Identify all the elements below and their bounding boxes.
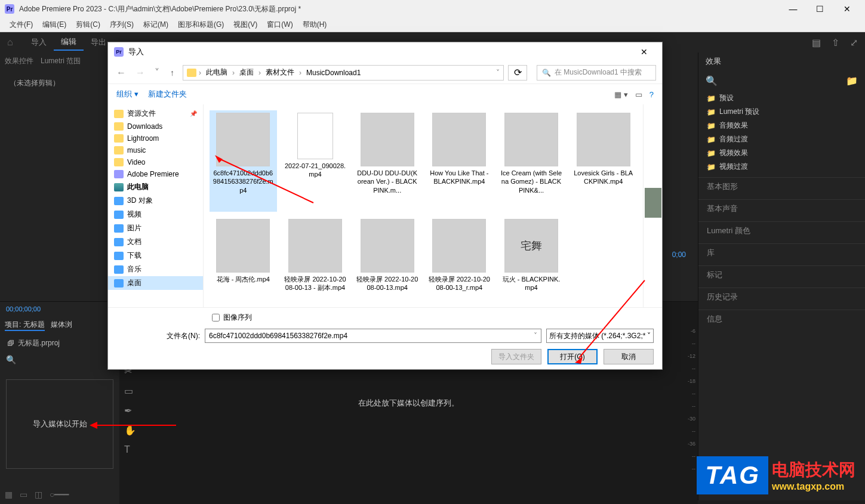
- dropdown-icon[interactable]: ˅: [496, 69, 500, 77]
- crumb-3[interactable]: MusicDownload1: [304, 69, 363, 77]
- new-folder-button[interactable]: 新建文件夹: [148, 89, 187, 100]
- project-bin[interactable]: 🗊 无标题.prproj: [0, 335, 119, 352]
- search-box[interactable]: 🔍 在 MusicDownload1 中搜索: [537, 65, 656, 81]
- fullscreen-icon[interactable]: ⤢: [850, 37, 858, 48]
- tab-project[interactable]: 项目: 无标题: [5, 320, 45, 331]
- tree-row[interactable]: 此电脑: [108, 180, 203, 194]
- nav-forward-icon[interactable]: →: [133, 67, 147, 78]
- file-item[interactable]: Ice Cream (with Selena Gomez) - BLACKPIN…: [498, 110, 565, 212]
- new-bin-icon[interactable]: 📁: [846, 75, 858, 86]
- close-button[interactable]: ✕: [833, 0, 860, 18]
- crumb-0[interactable]: 此电脑: [204, 67, 230, 78]
- tab-lumetri-scopes[interactable]: Lumetri 范围: [41, 56, 81, 66]
- tree-presets[interactable]: ›📁预设: [698, 91, 865, 105]
- refresh-button[interactable]: ⟳: [508, 65, 527, 81]
- tree-row[interactable]: 图片: [108, 221, 203, 235]
- dialog-close-button[interactable]: ✕: [632, 47, 656, 57]
- file-item[interactable]: 轻映录屏 2022-10-20 08-00-13 - 副本.mp4: [282, 217, 349, 307]
- quick-export-icon[interactable]: ▤: [812, 37, 821, 48]
- menu-help[interactable]: 帮助(H): [298, 18, 332, 31]
- freeform-icon[interactable]: ◫: [35, 490, 42, 499]
- nav-up-icon[interactable]: ↑: [170, 68, 174, 78]
- home-icon[interactable]: ⌂: [7, 37, 13, 48]
- zoom-slider[interactable]: ○━━━: [50, 490, 69, 499]
- menu-graphics[interactable]: 图形和标题(G): [173, 18, 229, 31]
- search-icon[interactable]: 🔍: [706, 75, 718, 86]
- file-item[interactable]: 6c8fc471002ddd0b6984156338276f2e.mp4: [210, 110, 277, 212]
- tree-row[interactable]: Video: [108, 156, 203, 168]
- open-button[interactable]: 打开(O): [547, 349, 598, 364]
- project-search-icon[interactable]: 🔍: [6, 355, 16, 364]
- tree-audio-trans[interactable]: ›📁音频过渡: [698, 132, 865, 146]
- preview-pane-icon[interactable]: ▭: [635, 90, 642, 99]
- tree-row[interactable]: 资源文件📌: [108, 107, 203, 120]
- slip-tool-icon[interactable]: ▭: [124, 385, 136, 397]
- section-lumetri-color[interactable]: Lumetri 颜色: [698, 221, 865, 240]
- tree-audio-fx[interactable]: ›📁音频效果: [698, 119, 865, 132]
- import-dropzone[interactable]: 导入媒体以开始: [6, 379, 113, 469]
- section-egp[interactable]: 基本图形: [698, 177, 865, 196]
- file-item[interactable]: 轻映录屏 2022-10-20 08-00-13.mp4: [353, 217, 421, 307]
- file-filter-select[interactable]: 所有支持的媒体 (*.264;*.3G2;*˅: [546, 329, 654, 343]
- help-icon[interactable]: ?: [649, 90, 654, 99]
- filename-input[interactable]: 6c8fc471002ddd0b6984156338276f2e.mp4˅: [205, 329, 541, 343]
- icon-view-icon[interactable]: ▭: [20, 490, 27, 499]
- section-essential-sound[interactable]: 基本声音: [698, 199, 865, 218]
- tree-video-trans[interactable]: ›📁视频过渡: [698, 160, 865, 174]
- nav-recent-icon[interactable]: ˅: [152, 67, 162, 78]
- file-item[interactable]: 轻映录屏 2022-10-20 08-00-13_r.mp4: [426, 217, 493, 307]
- tree-row[interactable]: 视频: [108, 208, 203, 221]
- menu-sequence[interactable]: 序列(S): [105, 18, 138, 31]
- maximize-button[interactable]: ☐: [806, 0, 833, 18]
- crumb-2[interactable]: 素材文件: [263, 67, 297, 78]
- view-mode-icon[interactable]: ▦ ▾: [614, 90, 628, 99]
- tree-row[interactable]: 桌面: [108, 276, 203, 290]
- pr-icon: [114, 170, 124, 178]
- menu-edit[interactable]: 编辑(E): [38, 18, 71, 31]
- tree-row[interactable]: 音乐: [108, 262, 203, 276]
- search-icon: 🔍: [542, 69, 551, 77]
- file-item[interactable]: DDU-DU DDU-DU(Korean Ver.) - BLACKPINK.m…: [353, 110, 421, 212]
- image-sequence-checkbox[interactable]: [212, 314, 220, 321]
- share-icon[interactable]: ⇧: [832, 37, 839, 48]
- breadcrumb[interactable]: › 此电脑› 桌面› 素材文件› MusicDownload1 ˅: [183, 65, 504, 81]
- pen-tool-icon[interactable]: ✒: [124, 405, 136, 416]
- tree-video-fx[interactable]: ›📁视频效果: [698, 146, 865, 160]
- tree-row[interactable]: Lightroom: [108, 132, 203, 144]
- tab-effect-controls[interactable]: 效果控件: [5, 56, 33, 66]
- crumb-1[interactable]: 桌面: [237, 67, 256, 78]
- menu-clip[interactable]: 剪辑(C): [71, 18, 105, 31]
- file-item[interactable]: How You Like That - BLACKPINK.mp4: [426, 110, 493, 212]
- tree-row[interactable]: Adobe Premiere: [108, 168, 203, 180]
- tree-row[interactable]: 文档: [108, 235, 203, 249]
- section-info[interactable]: 信息: [698, 310, 865, 328]
- tree-row[interactable]: 3D 对象: [108, 194, 203, 208]
- file-item[interactable]: 宅舞玩火 - BLACKPINK.mp4: [498, 217, 565, 307]
- section-libraries[interactable]: 库: [698, 243, 865, 262]
- section-markers[interactable]: 标记: [698, 265, 865, 284]
- file-item[interactable]: 2022-07-21_090028.mp4: [282, 110, 349, 212]
- tree-row[interactable]: 下载: [108, 249, 203, 262]
- file-item[interactable]: 花海 - 周杰伦.mp4: [210, 217, 277, 307]
- nav-back-icon[interactable]: ←: [114, 67, 128, 78]
- menu-marker[interactable]: 标记(M): [138, 18, 173, 31]
- tab-media-browser[interactable]: 媒体浏: [51, 320, 72, 331]
- list-view-icon[interactable]: ▦: [5, 490, 13, 499]
- file-item[interactable]: Lovesick Girls - BLACKPINK.mp4: [570, 110, 637, 212]
- minimize-button[interactable]: —: [780, 0, 806, 18]
- menu-view[interactable]: 视图(V): [229, 18, 262, 31]
- blue-icon: [114, 279, 124, 287]
- cancel-button[interactable]: 取消: [604, 349, 654, 364]
- tree-row[interactable]: Downloads: [108, 120, 203, 132]
- import-folder-button[interactable]: 导入文件夹: [491, 349, 541, 364]
- menu-file[interactable]: 文件(F): [5, 18, 38, 31]
- tree-row[interactable]: music: [108, 144, 203, 156]
- section-history[interactable]: 历史记录: [698, 287, 865, 306]
- type-tool-icon[interactable]: T: [124, 444, 136, 455]
- menu-window[interactable]: 窗口(W): [262, 18, 297, 31]
- tree-lumetri[interactable]: ›📁Lumetri 预设: [698, 105, 865, 119]
- ws-tab-edit[interactable]: 编辑: [54, 34, 84, 51]
- hand-tool-icon[interactable]: ✋: [124, 425, 136, 436]
- organize-menu[interactable]: 组织 ▾: [116, 89, 138, 100]
- ws-tab-import[interactable]: 导入: [24, 35, 54, 50]
